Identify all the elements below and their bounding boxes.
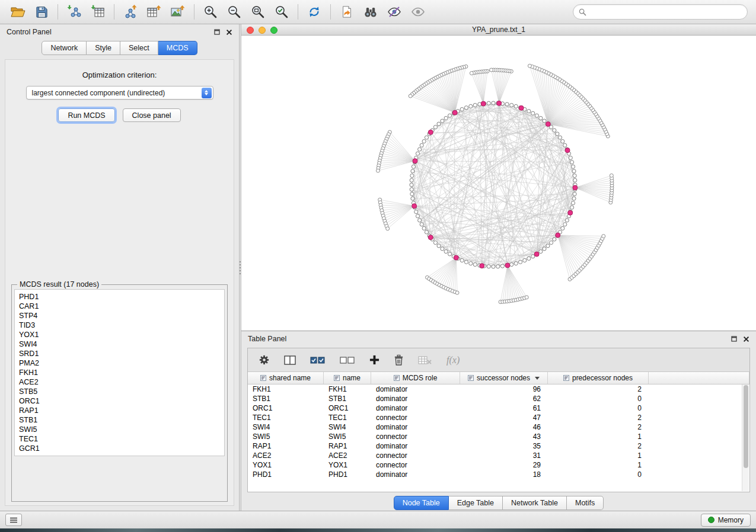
table-scrollbar[interactable]	[742, 384, 749, 491]
close-window-icon[interactable]	[247, 27, 254, 34]
delete-table-button[interactable]	[418, 355, 432, 365]
table-cell[interactable]: dominator	[371, 423, 460, 431]
table-cell[interactable]: 29	[460, 461, 548, 469]
inspect-visual-style-button[interactable]	[382, 2, 406, 22]
table-cell[interactable]: SWI5	[324, 432, 371, 441]
mcds-result-item[interactable]: YOX1	[19, 330, 220, 339]
zoom-fit-button[interactable]	[246, 2, 270, 22]
task-history-button[interactable]	[5, 514, 22, 526]
table-row[interactable]: STB1STB1dominator620	[248, 394, 749, 403]
mcds-result-item[interactable]: STB5	[19, 387, 220, 396]
column-header-successor-nodes[interactable]: successor nodes	[460, 372, 548, 384]
global-search[interactable]	[573, 4, 748, 20]
table-cell[interactable]: dominator	[371, 385, 460, 393]
import-table-button[interactable]	[86, 2, 110, 22]
table-row[interactable]: RAP1RAP1dominator352	[248, 441, 749, 451]
select-all-columns-button[interactable]	[310, 355, 326, 365]
table-cell[interactable]: 96	[460, 385, 548, 393]
run-mcds-button[interactable]: Run MCDS	[58, 108, 114, 122]
open-session-button[interactable]	[6, 2, 30, 22]
table-row[interactable]: ORC1ORC1dominator610	[248, 403, 749, 413]
import-network-button[interactable]	[62, 2, 86, 22]
table-settings-button[interactable]	[259, 354, 270, 366]
table-cell[interactable]: FKH1	[248, 385, 324, 393]
table-cell[interactable]: 2	[548, 442, 649, 450]
float-panel-icon[interactable]	[731, 336, 737, 342]
table-cell[interactable]: 62	[460, 395, 548, 403]
table-cell[interactable]: dominator	[371, 470, 460, 479]
table-cell[interactable]: connector	[371, 432, 460, 441]
table-cell[interactable]: 1	[548, 461, 649, 469]
table-cell[interactable]: connector	[371, 414, 460, 422]
tab-mcds[interactable]: MCDS	[158, 41, 197, 55]
export-table-button[interactable]	[142, 2, 166, 22]
network-graph[interactable]	[241, 36, 756, 331]
table-cell[interactable]: 0	[548, 470, 649, 479]
table-cell[interactable]: 46	[460, 423, 548, 431]
table-row[interactable]: PHD1PHD1dominator180	[248, 470, 749, 479]
table-cell[interactable]: YOX1	[248, 461, 324, 469]
table-row[interactable]: FKH1FKH1dominator962	[248, 384, 749, 394]
tab-select[interactable]: Select	[120, 41, 158, 55]
zoom-in-button[interactable]	[199, 2, 222, 22]
column-header-shared-name[interactable]: shared name	[248, 372, 324, 384]
mcds-result-item[interactable]: SWI4	[19, 339, 220, 349]
network-titlebar[interactable]: YPA_prune.txt_1	[241, 24, 756, 36]
mcds-result-item[interactable]: GCR1	[19, 444, 220, 453]
mcds-result-item[interactable]: RAP1	[19, 406, 220, 415]
table-cell[interactable]: PHD1	[324, 470, 371, 479]
add-column-button[interactable]	[369, 355, 379, 365]
share-document-button[interactable]	[335, 2, 359, 22]
table-cell[interactable]: SWI4	[248, 423, 324, 431]
mcds-result-item[interactable]: ACE2	[19, 377, 220, 387]
mcds-result-item[interactable]: SRD1	[19, 349, 220, 358]
export-image-button[interactable]	[166, 2, 190, 22]
table-cell[interactable]: FKH1	[324, 385, 371, 393]
panel-splitter[interactable]	[239, 24, 241, 511]
close-panel-icon[interactable]	[743, 336, 749, 342]
mcds-result-item[interactable]: PHD1	[19, 292, 220, 302]
mcds-result-item[interactable]: TID3	[19, 321, 220, 330]
table-cell[interactable]: YOX1	[324, 461, 371, 469]
table-cell[interactable]: 61	[460, 404, 548, 412]
table-row[interactable]: SWI5SWI5connector431	[248, 432, 749, 441]
close-panel-icon[interactable]	[226, 29, 232, 36]
deselect-all-columns-button[interactable]	[340, 355, 355, 365]
minimize-window-icon[interactable]	[259, 27, 266, 34]
table-cell[interactable]: ACE2	[324, 451, 371, 460]
search-input[interactable]	[590, 8, 742, 16]
refresh-layout-button[interactable]	[302, 2, 326, 22]
table-cell[interactable]: dominator	[371, 442, 460, 450]
mcds-result-item[interactable]: FKH1	[19, 368, 220, 377]
mcds-result-item[interactable]: PMA2	[19, 358, 220, 368]
save-session-button[interactable]	[30, 2, 53, 22]
delete-columns-button[interactable]	[394, 354, 404, 366]
column-header-predecessor-nodes[interactable]: predecessor nodes	[548, 372, 649, 384]
criterion-dropdown[interactable]: largest connected component (undirected)	[26, 86, 213, 100]
mcds-result-item[interactable]: CAR1	[19, 302, 220, 311]
table-cell[interactable]: dominator	[371, 404, 460, 412]
mcds-result-item[interactable]: STB1	[19, 415, 220, 425]
table-cell[interactable]: 43	[460, 432, 548, 441]
close-panel-button[interactable]: Close panel	[123, 108, 181, 122]
mcds-result-item[interactable]: TEC1	[19, 434, 220, 444]
search-network-button[interactable]	[359, 2, 382, 22]
tab-network-table[interactable]: Network Table	[503, 496, 567, 510]
table-row[interactable]: TEC1TEC1connector472	[248, 413, 749, 422]
table-cell[interactable]: 1	[548, 451, 649, 460]
table-cell[interactable]: ACE2	[248, 451, 324, 460]
table-cell[interactable]: TEC1	[324, 414, 371, 422]
table-cell[interactable]: 0	[548, 395, 649, 403]
table-cell[interactable]: PHD1	[248, 470, 324, 479]
table-cell[interactable]: 35	[460, 442, 548, 450]
table-cell[interactable]: 31	[460, 451, 548, 460]
zoom-out-button[interactable]	[222, 2, 246, 22]
table-cell[interactable]: 2	[548, 423, 649, 431]
table-row[interactable]: ACE2ACE2connector311	[248, 451, 749, 460]
scrollbar-thumb[interactable]	[744, 385, 748, 468]
table-cell[interactable]: RAP1	[324, 442, 371, 450]
table-cell[interactable]: dominator	[371, 395, 460, 403]
column-header-name[interactable]: name	[324, 372, 371, 384]
float-panel-icon[interactable]	[214, 29, 220, 35]
column-view-button[interactable]	[284, 355, 296, 366]
